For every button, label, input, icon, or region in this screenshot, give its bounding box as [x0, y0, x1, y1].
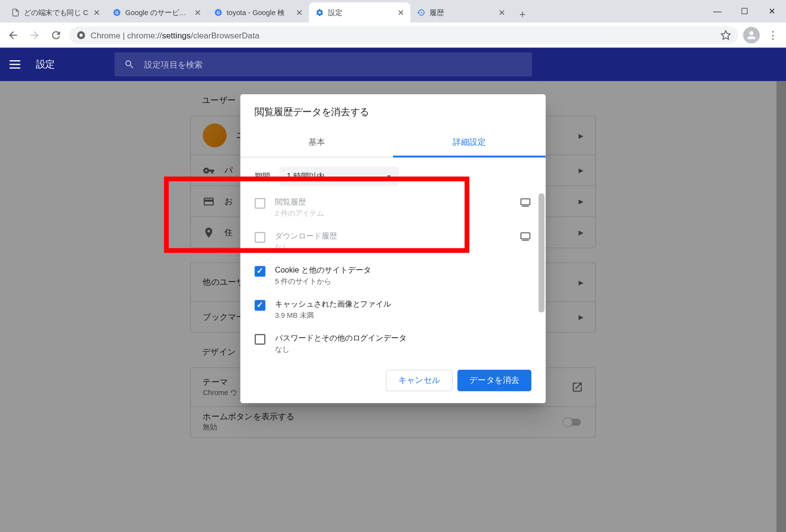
browser-tab-4[interactable]: 履歴 ✕: [410, 2, 512, 23]
settings-header: 設定: [0, 48, 786, 81]
browser-tab-1[interactable]: G Google のサービス | ✕: [106, 2, 208, 23]
document-icon: [11, 8, 20, 17]
check-item-cache[interactable]: キャッシュされた画像とファイル 3.9 MB 未満: [255, 293, 531, 327]
tab-close-icon[interactable]: ✕: [294, 8, 304, 17]
tab-title: どの端末でも同じ C: [24, 7, 88, 17]
browser-toolbar: Chrome | chrome://settings/clearBrowserD…: [0, 23, 786, 48]
window-minimize-button[interactable]: —: [704, 0, 731, 23]
svg-marker-6: [721, 31, 730, 39]
browser-menu-button[interactable]: ⋮: [765, 27, 781, 43]
sync-disabled-icon: [519, 197, 531, 209]
url-display: Chrome | chrome://settings/clearBrowserD…: [91, 30, 259, 40]
dialog-title: 閲覧履歴データを消去する: [240, 94, 546, 128]
tab-close-icon[interactable]: ✕: [396, 8, 406, 17]
search-icon: [124, 59, 135, 70]
tab-title: Google のサービス |: [125, 7, 190, 17]
new-tab-button[interactable]: +: [514, 6, 530, 22]
google-icon: G: [213, 8, 223, 17]
clear-data-button[interactable]: データを消去: [458, 370, 531, 391]
check-item-cookies[interactable]: Cookie と他のサイトデータ 5 件のサイトから: [255, 259, 531, 293]
settings-title: 設定: [36, 58, 55, 71]
dialog-tabs: 基本 詳細設定: [240, 128, 546, 157]
gear-icon: [315, 8, 325, 17]
svg-rect-9: [521, 199, 530, 205]
tab-title: toyota - Google 検: [226, 7, 291, 17]
chrome-icon: [76, 30, 86, 40]
tab-title: 履歴: [429, 7, 494, 17]
settings-search-bar[interactable]: [115, 52, 532, 76]
browser-tabstrip: どの端末でも同じ C ✕ G Google のサービス | ✕ G toyota…: [0, 0, 786, 23]
dialog-scrollbar[interactable]: [539, 193, 545, 360]
window-close-button[interactable]: ✕: [759, 0, 786, 23]
svg-rect-10: [522, 206, 529, 207]
profile-avatar-button[interactable]: [743, 27, 760, 43]
dialog-body: 期間 1 時間以内 ▼ 閲覧履歴 2 件のアイテム ダウンロード履歴 なし: [240, 157, 546, 360]
back-button[interactable]: [5, 27, 21, 43]
forward-button[interactable]: [26, 27, 43, 43]
browser-tab-0[interactable]: どの端末でも同じ C ✕: [5, 2, 106, 23]
check-item-browsing-history[interactable]: 閲覧履歴 2 件のアイテム: [255, 191, 531, 225]
check-item-passwords[interactable]: パスワードとその他のログインデータ なし: [255, 327, 531, 360]
tab-basic[interactable]: 基本: [240, 128, 393, 157]
address-bar[interactable]: Chrome | chrome://settings/clearBrowserD…: [69, 26, 738, 44]
reload-button[interactable]: [48, 27, 64, 43]
history-icon: [416, 8, 426, 17]
clear-browsing-data-dialog: 閲覧履歴データを消去する 基本 詳細設定 期間 1 時間以内 ▼ 閲覧履歴 2 …: [240, 94, 546, 403]
svg-text:G: G: [217, 10, 220, 15]
tab-advanced[interactable]: 詳細設定: [393, 128, 546, 157]
sync-disabled-icon: [519, 231, 531, 243]
window-controls: — ☐ ✕: [704, 0, 786, 23]
svg-rect-11: [521, 233, 530, 239]
checkbox[interactable]: [255, 300, 265, 310]
time-range-dropdown[interactable]: 1 時間以内 ▼: [280, 167, 399, 186]
checkbox[interactable]: [255, 334, 265, 344]
tab-close-icon[interactable]: ✕: [193, 8, 203, 17]
tab-close-icon[interactable]: ✕: [497, 8, 507, 17]
checkbox[interactable]: [255, 266, 265, 277]
checkbox[interactable]: [255, 232, 265, 243]
time-range-label: 期間: [255, 171, 270, 182]
svg-point-5: [80, 34, 83, 37]
dialog-footer: キャンセル データを消去: [240, 360, 546, 403]
browser-tab-3[interactable]: 設定 ✕: [309, 2, 410, 23]
tab-close-icon[interactable]: ✕: [92, 8, 102, 17]
settings-search-input[interactable]: [144, 60, 522, 69]
check-item-download-history[interactable]: ダウンロード履歴 なし: [255, 225, 531, 259]
tab-title: 設定: [328, 7, 393, 17]
google-icon: G: [112, 8, 122, 17]
window-maximize-button[interactable]: ☐: [731, 0, 758, 23]
svg-rect-12: [522, 240, 529, 241]
checkbox[interactable]: [255, 198, 265, 209]
hamburger-menu-button[interactable]: [10, 57, 24, 71]
browser-tab-2[interactable]: G toyota - Google 検 ✕: [207, 2, 309, 23]
chevron-down-icon: ▼: [386, 173, 392, 180]
svg-text:G: G: [115, 10, 119, 15]
cancel-button[interactable]: キャンセル: [386, 370, 452, 391]
bookmark-star-icon[interactable]: [720, 30, 731, 40]
